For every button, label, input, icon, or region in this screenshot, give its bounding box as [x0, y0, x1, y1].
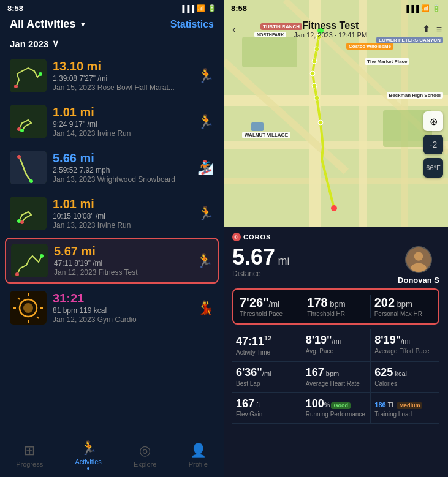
svg-rect-3 [10, 105, 47, 138]
location-label-costco: Costco Wholesale [346, 43, 393, 50]
avg-hr-cell: 167 bpm Average Heart Rate [302, 362, 371, 392]
threshold-hr-value: 178 bpm [307, 296, 365, 309]
activity-time-cell: 47:1112 Activity Time [232, 329, 302, 361]
main-distance-display: 5.67 mi [232, 246, 290, 268]
left-panel: 8:58 ▐▐▐ 📶 🔋 All Activities ▼ Statistics… [0, 0, 224, 477]
nav-explore[interactable]: ◎ Explore [134, 443, 156, 468]
training-load-cell: 186 TLMedium Training Load [370, 393, 439, 424]
svg-point-37 [318, 120, 323, 125]
effort-pace-value: 8'19"/mi [374, 334, 436, 347]
signal-icon: ▐▐▐ [180, 5, 194, 12]
training-load-label: Training Load [374, 411, 436, 418]
activity-meta-3: Jan 13, 2023 Wrightwood Snowboard [53, 175, 191, 184]
main-distance-value: 5.67 [232, 244, 275, 269]
running-perf-value: 100%Good [306, 398, 367, 410]
nav-progress-label: Progress [16, 460, 43, 468]
activity-pace-3: 2:59:52 7.92 mph [53, 166, 191, 175]
all-activities-title: All Activities [10, 18, 75, 31]
svg-point-8 [29, 179, 33, 183]
temperature-indicator: 66°F [423, 158, 443, 178]
effort-pace-cell: 8'19"/mi Average Effort Pace [370, 329, 439, 361]
stats-row-3: 167 ft Elev Gain 100%Good Running Perfor… [232, 393, 439, 424]
activity-type-icon-4: 🏃 [197, 206, 214, 222]
nav-profile[interactable]: 👤 Profile [189, 443, 208, 468]
nav-progress[interactable]: ⊞ Progress [16, 443, 43, 468]
avg-pace-value: 8'19"/mi [306, 334, 367, 347]
activity-type-icon-3: 🏂 [197, 160, 214, 176]
svg-rect-35 [251, 122, 264, 131]
menu-icon[interactable]: ≡ [436, 24, 442, 35]
svg-rect-12 [11, 244, 48, 277]
stats-panel: © COROS 5.67 mi Distance [224, 227, 448, 477]
threshold-pace-stat: 7'26"/mi Threshold Pace [236, 295, 302, 318]
location-label-beckman: Beckman High School [387, 92, 443, 99]
nav-explore-label: Explore [134, 460, 156, 468]
threshold-hr-stat: 178 bpm Threshold HR [303, 295, 368, 318]
activity-item-2[interactable]: 1.01 mi 9:24 9'17" /mi Jan 14, 2023 Irvi… [5, 100, 219, 143]
best-lap-label: Best Lap [236, 380, 298, 388]
month-label: Jan 2023 [10, 39, 48, 49]
svg-rect-6 [10, 151, 47, 184]
activity-type-icon-6: 💃 [197, 300, 214, 316]
activity-item-6[interactable]: 31:21 81 bpm 119 kcal Jan 12, 2023 Gym C… [5, 286, 219, 329]
threshold-pace-value: 7'26"/mi [240, 296, 298, 309]
activity-distance-1: 13.10 mi [53, 59, 191, 73]
calories-label: Calories [374, 380, 436, 388]
svg-point-40 [310, 71, 315, 76]
activity-info-6: 31:21 81 bpm 119 kcal Jan 12, 2023 Gym C… [53, 291, 191, 324]
user-name: Donovan S [398, 276, 439, 285]
nav-activities[interactable]: 🏃 Activities [75, 440, 101, 470]
threshold-pace-label: Threshold Pace [240, 310, 298, 317]
main-distance-section: 5.67 mi Distance [232, 246, 290, 278]
right-time: 8:58 [231, 4, 247, 13]
coros-logo: © [232, 233, 241, 241]
zoom-minus-button[interactable]: -2 [423, 135, 443, 154]
svg-point-42 [314, 47, 319, 51]
svg-rect-34 [242, 37, 297, 67]
activity-item-5[interactable]: 5.67 mi 47:11 8'19" /mi Jan 12, 2023 Fit… [5, 238, 219, 284]
activity-pace-1: 1:39:08 7'27" /mi [53, 74, 191, 83]
running-perf-label: Running Performance [306, 411, 367, 418]
activity-distance-4: 1.01 mi [53, 197, 191, 211]
coros-label: COROS [243, 233, 271, 241]
threshold-hr-label: Threshold HR [307, 310, 365, 317]
back-button[interactable]: ‹ [230, 20, 239, 39]
activity-item-1[interactable]: 13.10 mi 1:39:08 7'27" /mi Jan 15, 2023 … [5, 54, 219, 97]
explore-icon: ◎ [139, 443, 151, 459]
main-distance-unit: mi [278, 255, 290, 267]
svg-rect-9 [10, 197, 47, 230]
map-actions: ⬆ ≡ [422, 23, 442, 35]
activity-map-2 [10, 105, 47, 138]
svg-point-17 [23, 303, 33, 313]
header-title-container[interactable]: All Activities ▼ [10, 18, 86, 31]
activity-time-label: Activity Time [236, 349, 298, 356]
coros-brand: © COROS [232, 233, 271, 241]
map-controls: ⊛ -2 66°F [423, 111, 443, 178]
location-label-market: The Market Place [365, 58, 409, 65]
svg-point-5 [20, 129, 24, 132]
month-filter[interactable]: Jan 2023 ∨ [0, 36, 224, 54]
svg-point-2 [39, 72, 42, 76]
statistics-link[interactable]: Statistics [170, 19, 214, 30]
avg-hr-value: 167 bpm [306, 367, 367, 379]
activity-item-3[interactable]: 5.66 mi 2:59:52 7.92 mph Jan 13, 2023 Wr… [5, 146, 219, 189]
activity-meta-5: Jan 12, 2023 Fitness Test [54, 268, 190, 277]
svg-point-39 [312, 83, 317, 88]
map-area[interactable]: TUSTIN RANCH NORTHPARK Costco Wholesale … [224, 0, 448, 227]
right-signal-icon: ▐▐▐ [404, 5, 419, 12]
layers-button[interactable]: ⊛ [423, 111, 443, 131]
svg-point-41 [312, 59, 317, 64]
elev-gain-cell: 167 ft Elev Gain [232, 393, 302, 424]
share-icon[interactable]: ⬆ [422, 23, 430, 35]
effort-pace-label: Average Effort Pace [374, 348, 436, 355]
svg-point-13 [15, 272, 19, 276]
status-icons: ▐▐▐ 📶 🔋 [180, 4, 216, 12]
activity-meta-6: Jan 12, 2023 Gym Cardio [53, 315, 191, 324]
activity-item-4[interactable]: 1.01 mi 10:15 10'08" /mi Jan 13, 2023 Ir… [5, 192, 219, 235]
highlight-stats-row: 7'26"/mi Threshold Pace 178 bpm Threshol… [232, 288, 439, 325]
activity-time-value: 47:1112 [236, 334, 298, 348]
activity-distance-2: 1.01 mi [53, 105, 191, 119]
progress-icon: ⊞ [24, 443, 35, 459]
max-hr-label: Personal Max HR [374, 310, 432, 317]
activity-map-3 [10, 151, 47, 184]
